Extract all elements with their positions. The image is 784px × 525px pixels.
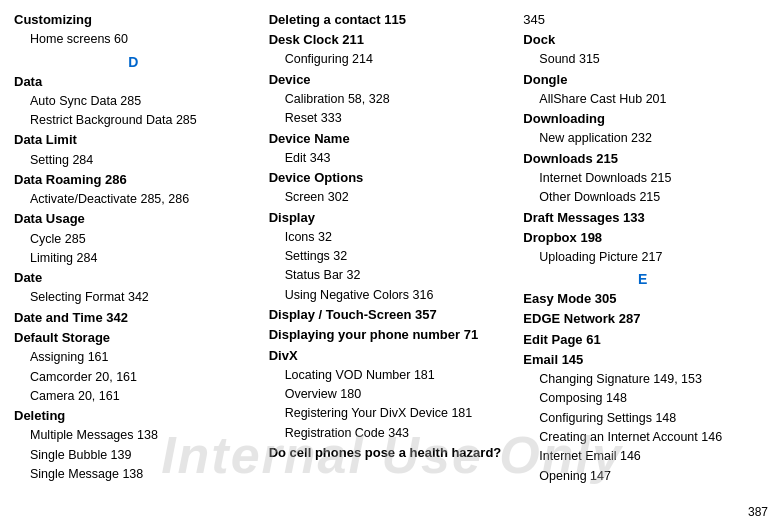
index-entry-bold: Device Options (269, 168, 508, 188)
index-entry-indent: Restrict Background Data 285 (14, 111, 253, 130)
index-entry-bold: Data Usage (14, 209, 253, 229)
index-entry-indent: Multiple Messages 138 (14, 426, 253, 445)
index-entry-indent: Status Bar 32 (269, 266, 508, 285)
index-entry-indent: Configuring 214 (269, 50, 508, 69)
index-entry-indent: Configuring Settings 148 (523, 409, 762, 428)
index-entry-bold: Customizing (14, 10, 253, 30)
index-entry-indent: Home screens 60 (14, 30, 253, 49)
index-entry-indent: New application 232 (523, 129, 762, 148)
index-entry-bold: Downloads 215 (523, 149, 762, 169)
index-entry-indent: Assigning 161 (14, 348, 253, 367)
index-entry: 345 (523, 10, 762, 30)
index-entry-indent: Camera 20, 161 (14, 387, 253, 406)
index-entry-indent: Overview 180 (269, 385, 508, 404)
index-entry-indent: Activate/Deactivate 285, 286 (14, 190, 253, 209)
index-entry-indent: Cycle 285 (14, 230, 253, 249)
index-entry-indent: Registering Your DivX Device 181 (269, 404, 508, 423)
index-entry-bold: Default Storage (14, 328, 253, 348)
index-entry-indent: Other Downloads 215 (523, 188, 762, 207)
index-entry-indent: Locating VOD Number 181 (269, 366, 508, 385)
index-entry-bold: Dock (523, 30, 762, 50)
index-entry-bold: Displaying your phone number 71 (269, 325, 508, 345)
index-entry-bold: Do cell phones pose a health hazard? (269, 443, 508, 463)
index-entry-bold: DivX (269, 346, 508, 366)
index-entry-bold: Data Limit (14, 130, 253, 150)
page-number: 387 (748, 505, 768, 519)
index-entry-bold: Draft Messages 133 (523, 208, 762, 228)
index-entry-indent: Camcorder 20, 161 (14, 368, 253, 387)
index-entry-bold: Dongle (523, 70, 762, 90)
index-entry-bold: EDGE Network 287 (523, 309, 762, 329)
index-entry-bold: Data (14, 72, 253, 92)
index-entry-indent: Changing Signature 149, 153 (523, 370, 762, 389)
index-entry-bold: Edit Page 61 (523, 330, 762, 350)
index-entry-bold: Display (269, 208, 508, 228)
index-entry-indent: Composing 148 (523, 389, 762, 408)
index-entry-indent: Using Negative Colors 316 (269, 286, 508, 305)
index-entry-bold: Desk Clock 211 (269, 30, 508, 50)
index-entry-indent: Calibration 58, 328 (269, 90, 508, 109)
index-entry-bold: Display / Touch-Screen 357 (269, 305, 508, 325)
index-entry-bold: Date (14, 268, 253, 288)
index-entry-indent: Sound 315 (523, 50, 762, 69)
index-entry-indent: Setting 284 (14, 151, 253, 170)
index-entry-indent: Screen 302 (269, 188, 508, 207)
index-entry-bold: Data Roaming 286 (14, 170, 253, 190)
index-entry-indent: Uploading Picture 217 (523, 248, 762, 267)
index-entry-indent: Single Bubble 139 (14, 446, 253, 465)
index-entry-indent: Reset 333 (269, 109, 508, 128)
index-entry-indent: Settings 32 (269, 247, 508, 266)
index-entry-bold: Email 145 (523, 350, 762, 370)
index-entry-bold: Date and Time 342 (14, 308, 253, 328)
index-entry-indent: Auto Sync Data 285 (14, 92, 253, 111)
index-entry-bold: Deleting (14, 406, 253, 426)
index-entry-indent: Icons 32 (269, 228, 508, 247)
index-column-col3: 345DockSound 315DongleAllShare Cast Hub … (515, 10, 770, 515)
index-entry-bold: Deleting a contact 115 (269, 10, 508, 30)
index-entry-indent: Edit 343 (269, 149, 508, 168)
index-columns: CustomizingHome screens 60DDataAuto Sync… (14, 10, 770, 515)
index-entry-indent: AllShare Cast Hub 201 (523, 90, 762, 109)
section-letter: D (14, 54, 253, 70)
index-entry-indent: Internet Email 146 (523, 447, 762, 466)
section-letter: E (523, 271, 762, 287)
index-column-col2: Deleting a contact 115Desk Clock 211Conf… (261, 10, 516, 515)
index-column-col1: CustomizingHome screens 60DDataAuto Sync… (14, 10, 261, 515)
index-entry-indent: Internet Downloads 215 (523, 169, 762, 188)
page-container: CustomizingHome screens 60DDataAuto Sync… (0, 0, 784, 525)
index-entry-indent: Creating an Internet Account 146 (523, 428, 762, 447)
index-entry-indent: Single Message 138 (14, 465, 253, 484)
index-entry-bold: Device Name (269, 129, 508, 149)
index-entry-indent: Registration Code 343 (269, 424, 508, 443)
index-entry-bold: Dropbox 198 (523, 228, 762, 248)
index-entry-indent: Selecting Format 342 (14, 288, 253, 307)
index-entry-indent: Opening 147 (523, 467, 762, 486)
index-entry-bold: Downloading (523, 109, 762, 129)
index-entry-bold: Easy Mode 305 (523, 289, 762, 309)
index-entry-indent: Limiting 284 (14, 249, 253, 268)
index-entry-bold: Device (269, 70, 508, 90)
